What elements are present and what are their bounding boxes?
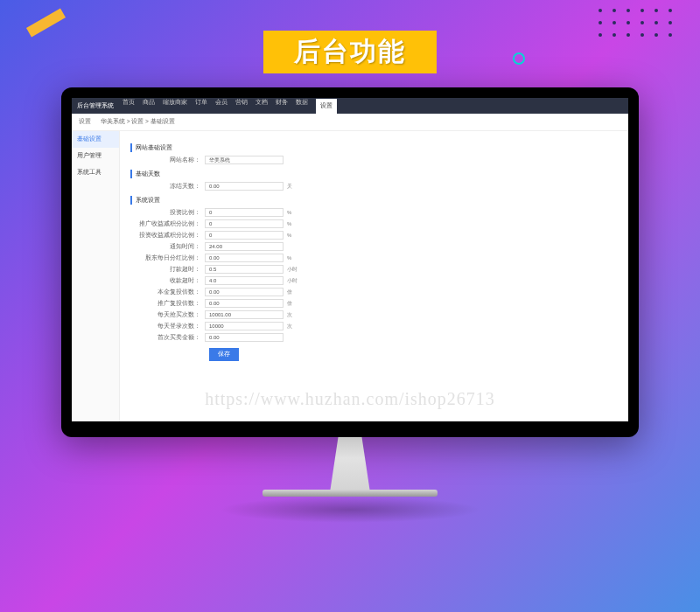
section-title: 网站基础设置 (130, 143, 618, 152)
field-input[interactable] (205, 219, 284, 228)
field-input[interactable] (205, 322, 284, 330)
field-label: 冻结天数： (130, 183, 205, 191)
nav-item-4[interactable]: 会员 (215, 99, 228, 114)
nav-item-8[interactable]: 数据 (296, 99, 308, 114)
form-row: 投资比例：% (130, 208, 618, 217)
field-unit: 小时 (287, 266, 298, 274)
bg-dots (598, 9, 674, 37)
field-label: 本金复投倍数： (130, 289, 205, 296)
field-input[interactable] (205, 276, 284, 285)
field-input[interactable] (205, 182, 284, 191)
field-label: 推广收益减积分比例： (130, 220, 205, 228)
nav-item-5[interactable]: 营销 (235, 99, 248, 114)
field-unit: % (287, 221, 291, 226)
field-unit: 倍 (287, 300, 292, 308)
field-unit: 倍 (287, 289, 292, 296)
field-unit: 次 (287, 323, 292, 330)
save-button[interactable]: 保存 (209, 348, 239, 361)
nav-item-9[interactable]: 设置 (316, 99, 337, 114)
brand-label: 后台管理系统 (77, 102, 114, 110)
apple-logo-icon (72, 421, 628, 427)
field-input[interactable] (205, 242, 284, 251)
sidebar-item-1[interactable]: 用户管理 (72, 148, 119, 164)
form-row: 通知时间： (130, 242, 618, 251)
field-label: 收款超时： (130, 277, 205, 285)
field-input[interactable] (205, 288, 284, 296)
sidebar: 基础设置用户管理系统工具 (72, 131, 120, 421)
monitor-base (262, 490, 438, 497)
field-label: 投资比例： (130, 209, 205, 217)
nav-item-2[interactable]: 缩放商家 (163, 99, 187, 114)
nav-item-3[interactable]: 订单 (195, 99, 207, 114)
field-input[interactable] (205, 208, 284, 217)
admin-screen: 后台管理系统 首页商品缩放商家订单会员营销文档财务数据设置 设置 华美系统 > … (72, 98, 628, 421)
field-label: 首次买卖金额： (130, 334, 205, 342)
section-title: 基础天数 (130, 170, 618, 178)
form-row: 投资收益减积分比例：% (130, 231, 618, 240)
topbar: 后台管理系统 首页商品缩放商家订单会员营销文档财务数据设置 (72, 98, 628, 114)
nav-item-0[interactable]: 首页 (122, 99, 135, 114)
nav-item-1[interactable]: 商品 (143, 99, 155, 114)
field-label: 推广复投倍数： (130, 300, 205, 308)
page-banner: 后台功能 (263, 31, 437, 73)
field-input[interactable] (205, 310, 284, 319)
breadcrumb-path: 华美系统 > 设置 > 基础设置 (101, 118, 175, 124)
form-row: 网站名称： (130, 156, 618, 164)
form-row: 推广复投倍数：倍 (130, 299, 618, 308)
top-nav: 首页商品缩放商家订单会员营销文档财务数据设置 (122, 99, 337, 114)
field-input[interactable] (205, 299, 284, 308)
sidebar-item-2[interactable]: 系统工具 (72, 164, 119, 181)
form-row: 首次买卖金额： (130, 333, 618, 342)
nav-item-7[interactable]: 财务 (276, 99, 288, 114)
field-input[interactable] (205, 254, 284, 262)
field-unit: 次 (287, 311, 292, 319)
form-row: 每天抢买次数：次 (130, 310, 618, 319)
form-row: 股东每日分红比例：% (130, 254, 618, 262)
sidebar-item-0[interactable]: 基础设置 (72, 131, 119, 148)
field-label: 打款超时： (130, 266, 205, 274)
form-row: 本金复投倍数：倍 (130, 288, 618, 296)
banner-title: 后台功能 (294, 37, 406, 66)
breadcrumb-root[interactable]: 设置 (79, 118, 91, 124)
field-label: 通知时间： (130, 243, 205, 251)
field-label: 每天登录次数： (130, 323, 205, 330)
field-unit: 天 (287, 183, 292, 191)
field-unit: % (287, 210, 291, 215)
form-row: 打款超时：小时 (130, 265, 618, 274)
field-unit: 小时 (287, 277, 298, 285)
bg-circle-icon (513, 52, 525, 65)
monitor-frame: 后台管理系统 首页商品缩放商家订单会员营销文档财务数据设置 设置 华美系统 > … (61, 87, 639, 523)
nav-item-6[interactable]: 文档 (256, 99, 268, 114)
field-label: 每天抢买次数： (130, 311, 205, 319)
field-input[interactable] (205, 231, 284, 240)
field-input[interactable] (205, 333, 284, 342)
field-label: 股东每日分红比例： (130, 254, 205, 262)
field-unit: % (287, 233, 291, 238)
form-row: 收款超时：小时 (130, 276, 618, 285)
section-title: 系统设置 (130, 196, 618, 205)
form-row: 每天登录次数：次 (130, 322, 618, 330)
field-input[interactable] (205, 265, 284, 274)
form-row: 推广收益减积分比例：% (130, 219, 618, 228)
form-row: 冻结天数：天 (130, 182, 618, 191)
field-label: 网站名称： (130, 156, 205, 164)
monitor-shadow (219, 497, 481, 523)
bg-accent (26, 9, 66, 38)
monitor-stand (311, 437, 389, 490)
field-label: 投资收益减积分比例： (130, 232, 205, 240)
field-input[interactable] (205, 156, 284, 164)
field-unit: % (287, 255, 291, 261)
content-panel: 网站基础设置网站名称：基础天数冻结天数：天系统设置投资比例：%推广收益减积分比例… (120, 131, 628, 421)
breadcrumb: 设置 华美系统 > 设置 > 基础设置 (72, 114, 628, 131)
